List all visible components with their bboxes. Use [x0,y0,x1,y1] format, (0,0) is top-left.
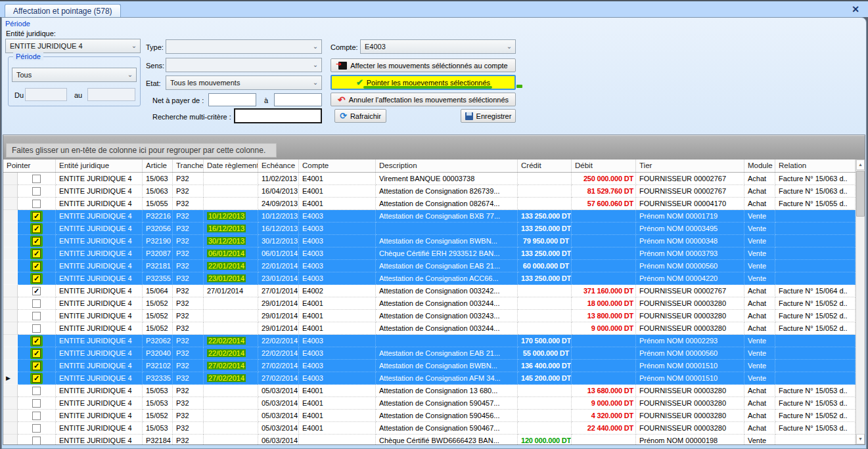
entite-combobox[interactable]: ENTITE JURIDIQUE 4 ⌄ [5,39,141,53]
movements-grid: Faites glisser un en-tête de colonne ici… [3,135,865,445]
pointer-checkbox[interactable]: ✓ [32,212,41,221]
column-header-pointer[interactable]: Pointer [3,160,56,172]
periode-combobox[interactable]: Tous ⌄ [12,68,137,82]
grid-row[interactable]: ENTITE JURIDIQUE 415/052P3229/01/2014E40… [3,297,856,310]
pointer-checkbox[interactable] [32,200,41,208]
pointer-checkbox[interactable] [32,299,41,308]
pointer-checkbox[interactable]: ✓ [32,374,41,383]
net-from-input[interactable] [208,93,256,106]
grid-row[interactable]: ✓ENTITE JURIDIQUE 4P32355P3223/01/201423… [3,272,856,285]
grid-row[interactable]: ENTITE JURIDIQUE 415/053P3205/03/2014E40… [3,422,856,435]
pointer-button[interactable]: ✔ Pointer les mouevements sélectionnés [331,75,516,90]
sens-label: Sens: [146,62,164,70]
pointer-checkbox-cell: ✓ [18,360,56,372]
column-header-description[interactable]: Description [376,160,518,172]
cell-debit [572,247,636,260]
cell-relation: Facture N° 15/063 d.. [775,185,856,198]
grid-row[interactable]: ✓ENTITE JURIDIQUE 415/064P3227/01/201427… [3,285,856,297]
grid-row[interactable]: ✓ENTITE JURIDIQUE 4P32087P3206/01/201406… [3,247,856,260]
cell-description: Attestation de Consignation 003244... [376,297,518,310]
scrollbar-thumb[interactable] [856,171,865,217]
scroll-down-icon[interactable]: ▼ [856,434,865,444]
cell-date-reglement [204,297,258,310]
pointer-checkbox[interactable] [32,437,41,445]
pointer-checkbox[interactable] [32,399,41,408]
column-header-echeance[interactable]: Echéance▲ [258,160,299,172]
column-header-debit[interactable]: Débit [572,160,636,172]
affecter-button[interactable]: Affecter les mouvements séléctionnés au … [331,58,516,72]
cell-date-reglement [204,310,258,322]
column-header-article[interactable]: Article [143,160,173,172]
pointer-checkbox[interactable]: ✓ [32,249,41,258]
grid-row[interactable]: ENTITE JURIDIQUE 415/053P3205/03/2014E40… [3,385,856,397]
cell-tranche: P32 [173,260,204,272]
grid-row[interactable]: ENTITE JURIDIQUE 415/052P3229/01/2014E40… [3,310,856,322]
enregistrer-button[interactable]: Enregistrer [461,109,516,123]
grid-row[interactable]: ✓ENTITE JURIDIQUE 4P32102P3227/02/201427… [3,360,856,372]
tab-affectation-pointage[interactable]: Affectation et pointage (578) [5,4,121,18]
cell-module: Achat [744,173,775,185]
column-header-entite[interactable]: Entité juridique [56,160,143,172]
grid-row[interactable]: ENTITE JURIDIQUE 415/053P3205/03/2014E40… [3,397,856,410]
cell-article: 15/063 [143,185,173,198]
column-header-tranche[interactable]: Tranche [173,160,204,172]
pointer-checkbox[interactable]: ✓ [32,337,41,345]
column-header-tier[interactable]: Tier [636,160,744,172]
etat-combobox[interactable]: Tous les mouvements ⌄ [166,75,322,90]
pointer-checkbox[interactable] [32,312,41,320]
pointer-checkbox[interactable]: ✓ [32,262,41,270]
column-header-date-reglement[interactable]: Date règlement [204,160,258,172]
column-header-credit[interactable]: Crédit [518,160,572,172]
pointer-checkbox[interactable]: ✓ [32,349,41,358]
annuler-button[interactable]: ↶ Annuler l'affectation les mouvements s… [331,93,516,106]
pointer-checkbox[interactable] [32,424,41,433]
pointer-checkbox[interactable] [32,412,41,420]
cell-tranche: P32 [173,173,204,185]
pointer-checkbox[interactable]: ✓ [32,237,41,246]
pointer-checkbox[interactable]: ✓ [32,362,41,370]
du-date-input[interactable] [25,88,67,101]
grid-row[interactable]: ✓ENTITE JURIDIQUE 4P32056P3216/12/201316… [3,223,856,235]
cell-credit: 120 000.000 DT [518,435,572,445]
pointer-checkbox-cell: ✓ [18,223,56,235]
grid-row[interactable]: ENTITE JURIDIQUE 415/063P3211/02/2013E40… [3,173,856,185]
close-icon[interactable]: ✕ [852,5,859,14]
grid-row[interactable]: ENTITE JURIDIQUE 415/052P3205/03/2014E40… [3,410,856,422]
grid-row[interactable]: ✓ENTITE JURIDIQUE 4P32216P3210/12/201310… [3,210,856,223]
column-header-relation[interactable]: Relation [775,160,856,172]
au-date-input[interactable] [87,88,135,101]
pointer-checkbox[interactable]: ✓ [32,274,41,283]
column-header-compte[interactable]: Compte [299,160,376,172]
net-to-input[interactable] [274,93,322,106]
rafraichir-button[interactable]: ⟳ Rafraichir [334,109,386,123]
cell-echeance: 10/12/2013 [258,210,299,223]
pointer-checkbox[interactable] [32,175,41,183]
grid-row[interactable]: ENTITE JURIDIQUE 415/052P3229/01/2014E40… [3,322,856,335]
compte-combobox[interactable]: E4003 ⌄ [360,39,516,54]
grid-row[interactable]: ✓ENTITE JURIDIQUE 4P32062P3222/02/201422… [3,335,856,347]
pointer-checkbox-cell [18,397,56,410]
date-highlight-mark: 10/12/2013 [207,212,246,220]
entite-value: ENTITE JURIDIQUE 4 [10,42,83,50]
pointer-checkbox[interactable] [32,387,41,395]
grid-row[interactable]: ENTITE JURIDIQUE 4P32184P3206/03/2014Chè… [3,435,856,445]
pointer-checkbox[interactable] [32,187,41,196]
grid-row[interactable]: ENTITE JURIDIQUE 415/063P3216/04/2013E40… [3,185,856,198]
vertical-scrollbar[interactable]: ▲ ▼ [856,160,865,444]
grid-row[interactable]: ✓ENTITE JURIDIQUE 4P32181P3222/01/201422… [3,260,856,272]
type-combobox[interactable]: ⌄ [166,39,322,54]
pointer-checkbox[interactable]: ✓ [32,287,41,295]
cell-compte: E4003 [299,335,376,347]
sens-combobox[interactable]: ⌄ [166,58,322,72]
column-header-module[interactable]: Module [744,160,775,172]
pointer-checkbox[interactable]: ✓ [32,224,41,233]
grid-row[interactable]: ▶✓ENTITE JURIDIQUE 4P32335P3227/02/20142… [3,372,856,385]
cell-credit [518,185,572,198]
grid-row[interactable]: ✓ENTITE JURIDIQUE 4P32190P3230/12/201330… [3,235,856,247]
scroll-up-icon[interactable]: ▲ [856,160,865,170]
grid-row[interactable]: ✓ENTITE JURIDIQUE 4P32040P3222/02/201422… [3,347,856,360]
recherche-input[interactable] [234,108,322,123]
pointer-checkbox[interactable] [32,324,41,333]
group-by-panel[interactable]: Faites glisser un en-tête de colonne ici… [3,135,865,160]
grid-row[interactable]: ENTITE JURIDIQUE 415/055P3224/09/2013E40… [3,198,856,210]
